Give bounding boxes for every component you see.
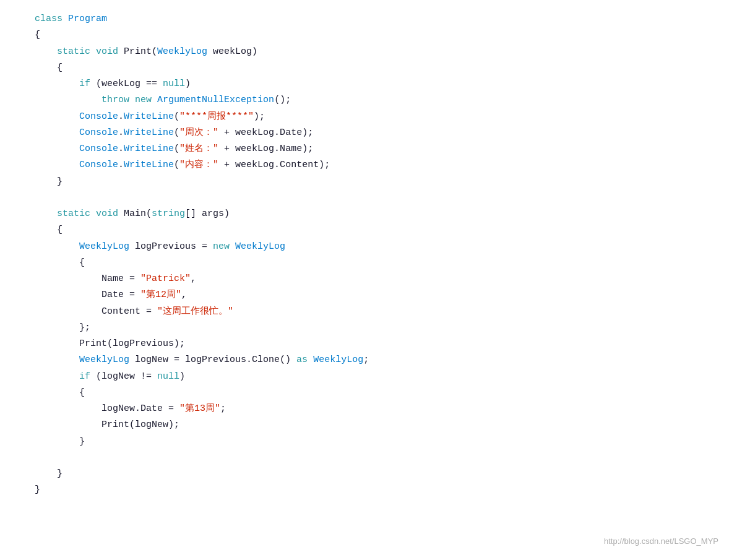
- indent3b: [12, 111, 79, 122]
- comma2: ,: [181, 290, 187, 300]
- code-line-27: }: [12, 466, 725, 482]
- indent4: [12, 95, 101, 105]
- str-4: "内容：": [179, 160, 224, 170]
- code-line-3: static void Print(WeeklyLog weekLog): [12, 44, 725, 60]
- indent3g: Print(logPrevious);: [12, 338, 185, 349]
- space2: [152, 95, 157, 105]
- brace-method-open: {: [12, 62, 62, 73]
- kw-as: as: [296, 355, 308, 365]
- kw-static: static: [57, 46, 90, 57]
- semi2: ;: [220, 403, 226, 414]
- code-line-1: class Program: [12, 11, 725, 27]
- code-line-25: Print(logNew);: [12, 417, 725, 433]
- code-line-9: Console.WriteLine("姓名：" + weekLog.Name);: [12, 141, 725, 157]
- space: [90, 46, 96, 57]
- type-weeklylog-3: WeeklyLog: [235, 241, 285, 252]
- writeline-2: WriteLine: [124, 127, 174, 138]
- main-sig2: [] args): [185, 209, 230, 219]
- code-line-13: {: [12, 222, 725, 238]
- indent: [12, 14, 35, 24]
- if2-cond-close: ): [179, 371, 185, 382]
- str-date: "第12周": [140, 290, 181, 300]
- code-line-15: {: [12, 255, 725, 271]
- if2-cond: (logNew !=: [90, 371, 157, 382]
- console-4: Console: [79, 160, 118, 170]
- kw-static2: static: [57, 209, 90, 219]
- kw-throw: throw: [101, 95, 129, 105]
- indent3c: [12, 127, 79, 138]
- brace-main-close: }: [12, 468, 62, 479]
- class-name: Program: [68, 14, 107, 24]
- kw-new: new: [135, 95, 152, 105]
- throw-paren: ();: [274, 95, 291, 105]
- indent2b: [12, 209, 57, 219]
- indent4e: Print(logNew);: [12, 420, 179, 430]
- indent4a: Name =: [12, 274, 140, 284]
- writeline-1: WriteLine: [124, 111, 174, 122]
- indent3: [12, 79, 79, 89]
- code-line-6: throw new ArgumentNullException();: [12, 92, 725, 108]
- code-line-10: Console.WriteLine("内容：" + weekLog.Conten…: [12, 157, 725, 173]
- code-line-2: {: [12, 27, 725, 43]
- brace-obj-open: {: [12, 257, 85, 268]
- concat4: + weekLog.Content);: [224, 160, 330, 170]
- code-line-24: logNew.Date = "第13周";: [12, 401, 725, 417]
- code-line-19: };: [12, 320, 725, 336]
- space4: [230, 241, 235, 252]
- space5: [308, 355, 313, 365]
- kw-null2: null: [157, 371, 179, 382]
- dot3: .: [118, 144, 124, 154]
- code-line-20: Print(logPrevious);: [12, 336, 725, 352]
- dot4: .: [118, 160, 124, 170]
- brace-if2-open: {: [12, 387, 85, 398]
- indent2: [12, 46, 57, 57]
- kw-if2: if: [79, 371, 90, 382]
- console-1: Console: [79, 111, 118, 122]
- code-line-11: }: [12, 174, 725, 190]
- indent3e: [12, 160, 79, 170]
- space3: [90, 209, 96, 219]
- space: [129, 95, 135, 105]
- kw-if: if: [79, 79, 90, 89]
- semi1: ;: [363, 355, 369, 365]
- str-1: "****周报****": [179, 111, 254, 122]
- writeline-4: WriteLine: [124, 160, 174, 170]
- paren2: (: [174, 127, 179, 138]
- kw-new2: new: [213, 241, 230, 252]
- brace-obj-close: };: [12, 322, 90, 333]
- code-line-7: Console.WriteLine("****周报****");: [12, 109, 725, 125]
- param: weekLog): [207, 46, 257, 57]
- code-line-18: Content = "这周工作很忙。": [12, 304, 725, 320]
- indent3d: [12, 144, 79, 154]
- code-line-14: WeeklyLog logPrevious = new WeeklyLog: [12, 239, 725, 255]
- code-line-22: if (logNew != null): [12, 369, 725, 385]
- brace-method-close: }: [12, 176, 62, 187]
- code-container: class Program { static void Print(Weekly…: [0, 6, 737, 504]
- dot1: .: [118, 111, 124, 122]
- str-2: "周次：": [179, 127, 224, 138]
- concat3: + weekLog.Name);: [224, 144, 313, 154]
- paren1: (: [174, 111, 179, 122]
- code-line-16: Name = "Patrick",: [12, 271, 725, 287]
- indent3i: [12, 371, 79, 382]
- brace-class-close: }: [12, 485, 40, 495]
- kw-null: null: [163, 79, 185, 89]
- space: [62, 14, 68, 24]
- kw-void2: void: [96, 209, 118, 219]
- brace-if2-close: }: [12, 436, 85, 447]
- indent3f: [12, 241, 79, 252]
- code-line-12: static void Main(string[] args): [12, 206, 725, 222]
- code-line-blank1: [12, 190, 725, 206]
- indent4b: Date =: [12, 290, 140, 300]
- type-weeklylog-4: WeeklyLog: [79, 355, 129, 365]
- code-line-blank2: [12, 450, 725, 466]
- code-line-23: {: [12, 385, 725, 401]
- kw-class: class: [35, 14, 62, 24]
- exception-type: ArgumentNullException: [157, 95, 274, 105]
- dot2: .: [118, 127, 124, 138]
- main-sig: Main(: [118, 209, 152, 219]
- comma1: ,: [191, 274, 196, 284]
- code-line-8: Console.WriteLine("周次：" + weekLog.Date);: [12, 125, 725, 141]
- brace-open: {: [12, 30, 40, 40]
- code-line-28: }: [12, 482, 725, 498]
